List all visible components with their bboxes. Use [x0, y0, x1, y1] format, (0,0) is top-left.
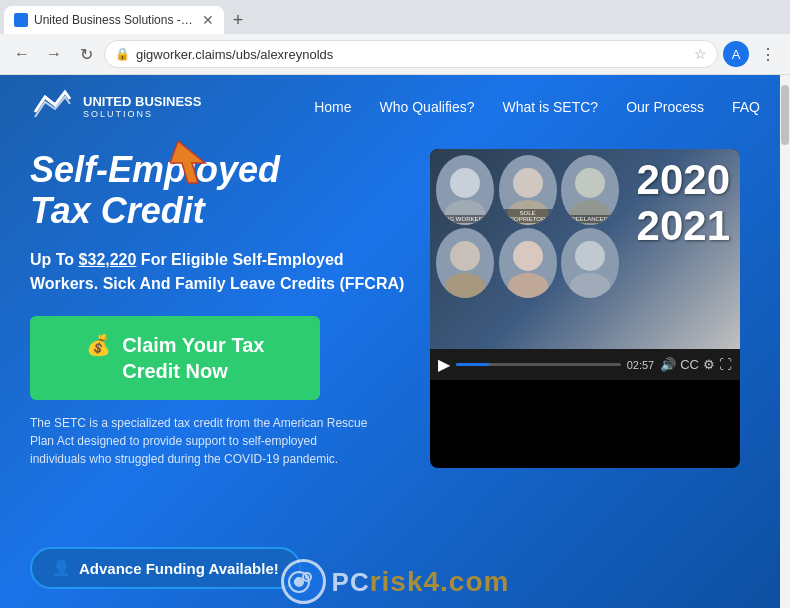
cta-button[interactable]: 💰 Claim Your Tax Credit Now: [30, 316, 320, 400]
hero-section: Self-Employed Tax Credit Up To $32,220 F…: [0, 139, 790, 468]
cta-label: Claim Your Tax Credit Now: [122, 334, 264, 382]
time-display: 02:57: [627, 359, 655, 371]
watermark-text: PCrisk4.com: [332, 566, 510, 598]
logo: UNITED BUSINESS SOLUTIONS: [30, 87, 201, 127]
logo-text: UNITED BUSINESS SOLUTIONS: [83, 94, 201, 120]
year-2020: 2020: [637, 157, 730, 203]
person-label: FREELANCERS: [561, 215, 619, 223]
hero-title-line1: Self-Employed: [30, 149, 280, 190]
logo-name: UNITED BUSINESS: [83, 94, 201, 110]
cta-icon: 💰: [86, 334, 111, 356]
person-head: [513, 241, 543, 271]
tab-favicon: [14, 13, 28, 27]
profile-icon[interactable]: A: [722, 40, 750, 68]
tab-title: United Business Solutions - Self...: [34, 13, 196, 27]
video-year: 2020 2021: [627, 149, 740, 257]
watermark-circle: [281, 559, 326, 604]
new-tab-button[interactable]: +: [224, 6, 252, 34]
svg-point-3: [305, 575, 309, 579]
video-player: GIG WORKERS SOLE PROPRIETORS FREELANCERS: [430, 149, 740, 468]
person-body: [508, 273, 548, 298]
video-people-grid: GIG WORKERS SOLE PROPRIETORS FREELANCERS: [430, 149, 627, 304]
cc-icon[interactable]: CC: [680, 357, 699, 372]
watermark-logo: PCrisk4.com: [281, 559, 510, 604]
nav-links: Home Who Qualifies? What is SETC? Our Pr…: [314, 99, 760, 115]
profile-avatar: A: [723, 41, 749, 67]
video-thumbnail: GIG WORKERS SOLE PROPRIETORS FREELANCERS: [430, 149, 740, 349]
person-gig-workers: GIG WORKERS: [436, 155, 494, 225]
person-6: [561, 228, 619, 298]
logo-sub: SOLUTIONS: [83, 109, 201, 120]
url-text: gigworker.claims/ubs/alexreynolds: [136, 47, 688, 62]
settings-icon[interactable]: ⚙: [703, 357, 715, 372]
bookmark-icon[interactable]: ☆: [694, 46, 707, 62]
nav-who-qualifies[interactable]: Who Qualifies?: [380, 99, 475, 115]
page-content: UNITED BUSINESS SOLUTIONS Home Who Quali…: [0, 75, 790, 608]
tab-close-button[interactable]: ✕: [202, 12, 214, 28]
nav-home[interactable]: Home: [314, 99, 351, 115]
site-nav: UNITED BUSINESS SOLUTIONS Home Who Quali…: [0, 75, 790, 139]
volume-icon[interactable]: 🔊: [660, 357, 676, 372]
toolbar: ← → ↻ 🔒 gigworker.claims/ubs/alexreynold…: [0, 34, 790, 74]
person-4: [436, 228, 494, 298]
nav-faq[interactable]: FAQ: [732, 99, 760, 115]
person-freelancer: FREELANCERS: [561, 155, 619, 225]
hero-subtitle: Up To $32,220 For Eligible Self-Employed…: [30, 248, 410, 296]
video-controls: ▶ 02:57 🔊 CC ⚙ ⛶: [430, 349, 740, 380]
browser-chrome: United Business Solutions - Self... ✕ + …: [0, 0, 790, 75]
hero-description: The SETC is a specialized tax credit fro…: [30, 414, 370, 468]
watermark-prefix: PC: [332, 567, 370, 597]
progress-fill: [456, 363, 489, 366]
person-head: [513, 168, 543, 198]
nav-our-process[interactable]: Our Process: [626, 99, 704, 115]
video-icons: 🔊 CC ⚙ ⛶: [660, 357, 732, 372]
hero-title-line2: Tax Credit: [30, 190, 205, 231]
active-tab[interactable]: United Business Solutions - Self... ✕: [4, 6, 224, 34]
person-sole-prop: SOLE PROPRIETORS: [499, 155, 557, 225]
person-head: [575, 168, 605, 198]
person-head: [450, 168, 480, 198]
nav-what-is-setc[interactable]: What is SETC?: [502, 99, 598, 115]
hero-left: Self-Employed Tax Credit Up To $32,220 F…: [30, 149, 410, 468]
person-head: [575, 241, 605, 271]
tab-bar: United Business Solutions - Self... ✕ +: [0, 0, 790, 34]
toolbar-actions: A ⋮: [722, 40, 782, 68]
watermark-domain: risk4.com: [370, 566, 510, 597]
person-body: [445, 273, 485, 298]
watermark: PCrisk4.com: [0, 529, 790, 608]
logo-icon: [30, 87, 75, 127]
year-2021: 2021: [637, 203, 730, 249]
back-button[interactable]: ←: [8, 40, 36, 68]
reload-button[interactable]: ↻: [72, 40, 100, 68]
security-icon: 🔒: [115, 47, 130, 61]
address-bar[interactable]: 🔒 gigworker.claims/ubs/alexreynolds ☆: [104, 40, 718, 68]
menu-icon[interactable]: ⋮: [754, 40, 782, 68]
person-label: SOLE PROPRIETORS: [499, 209, 557, 223]
progress-bar[interactable]: [456, 363, 621, 366]
play-button[interactable]: ▶: [438, 355, 450, 374]
forward-button[interactable]: →: [40, 40, 68, 68]
fullscreen-icon[interactable]: ⛶: [719, 357, 732, 372]
person-head: [450, 241, 480, 271]
person-label: GIG WORKERS: [436, 215, 494, 223]
person-5: [499, 228, 557, 298]
person-body: [570, 273, 610, 298]
